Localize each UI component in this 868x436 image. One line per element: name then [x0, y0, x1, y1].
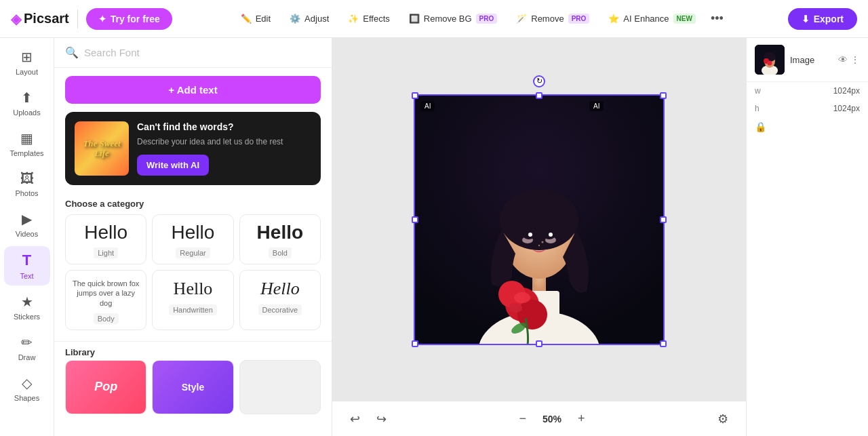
right-panel-header: Image 👁 ⋮	[747, 38, 868, 82]
uploads-icon: ⬆	[21, 90, 33, 106]
right-panel-label: Image	[790, 55, 838, 65]
search-icon: 🔍	[65, 46, 79, 59]
font-card-body[interactable]: The quick brown fox jumps over a lazy do…	[65, 270, 146, 330]
zoom-value: 50%	[538, 414, 566, 424]
remove-button[interactable]: 🪄 Remove PRO	[508, 9, 597, 28]
canvas-settings-button[interactable]: ⚙	[711, 408, 735, 431]
left-nav: ⊞ Layout ⬆ Uploads ▦ Templates 🖼 Photos …	[0, 38, 54, 436]
remove-bg-button[interactable]: 🔲 Remove BG PRO	[401, 9, 505, 28]
topbar: ◈ Picsart ✦ Try for free ✏️ Edit ⚙️ Adju…	[0, 0, 868, 38]
font-card-regular[interactable]: Hello Regular	[152, 214, 233, 264]
redo-button[interactable]: ↪	[370, 408, 393, 431]
videos-icon: ▶	[22, 211, 32, 227]
width-row: w 1024px	[747, 82, 868, 100]
layout-icon: ⊞	[21, 49, 33, 65]
logo-icon: ◈	[11, 11, 21, 27]
draw-icon: ✏	[21, 334, 33, 351]
right-panel-icons: 👁 ⋮	[838, 54, 860, 65]
logo-text: Picsart	[24, 11, 69, 26]
undo-button[interactable]: ↩	[343, 408, 367, 431]
library-card-2-text: Style	[182, 382, 204, 393]
effects-button[interactable]: ✨ Effects	[340, 9, 398, 28]
font-label-body: Body	[94, 313, 119, 324]
width-value: 1024px	[833, 86, 860, 96]
svg-point-25	[768, 61, 772, 66]
undo-icon: ↩	[350, 412, 360, 426]
canvas-image: AI AI	[414, 94, 665, 345]
sidebar-item-stickers[interactable]: ★ Stickers	[4, 288, 50, 326]
text-icon: T	[22, 252, 31, 269]
sidebar-item-layout[interactable]: ⊞ Layout	[4, 43, 50, 81]
ai-card: The Sweet Life Can't find the words? Des…	[65, 112, 321, 185]
right-panel-more-icon[interactable]: ⋮	[850, 54, 860, 65]
ai-card-thumbnail: The Sweet Life	[75, 121, 129, 176]
pro-badge-remove-bg: PRO	[476, 14, 498, 24]
height-label: h	[755, 104, 760, 113]
font-label-handwritten: Handwritten	[169, 304, 217, 315]
sidebar-item-photos[interactable]: 🖼 Photos	[4, 165, 50, 203]
search-bar: 🔍	[54, 38, 332, 68]
zoom-out-button[interactable]: −	[512, 408, 533, 430]
more-tools-button[interactable]: •••	[707, 7, 728, 30]
photos-icon: 🖼	[20, 171, 34, 186]
library-card-1-text: Pop	[94, 380, 117, 394]
write-ai-button[interactable]: Write with AI	[137, 155, 209, 176]
person-svg	[414, 94, 665, 345]
effects-icon: ✨	[348, 14, 359, 24]
rotate-handle[interactable]: ↻	[533, 75, 545, 87]
library-grid: Pop Style	[54, 360, 332, 414]
templates-icon: ▦	[20, 130, 33, 146]
new-badge-ai-enhance: NEW	[673, 14, 696, 24]
category-label: Choose a category	[54, 193, 332, 214]
sidebar-item-uploads[interactable]: ⬆ Uploads	[4, 84, 50, 122]
library-card-1[interactable]: Pop	[65, 360, 146, 414]
font-card-bold[interactable]: Hello Bold	[239, 214, 321, 264]
font-preview-body: The quick brown fox jumps over a lazy do…	[71, 279, 140, 308]
ai-enhance-button[interactable]: ⭐ AI Enhance NEW	[600, 9, 704, 28]
font-preview-decorative: Hello	[245, 279, 315, 299]
zoom-in-icon: +	[578, 412, 585, 425]
pro-badge-remove: PRO	[568, 14, 590, 24]
edit-button[interactable]: ✏️ Edit	[233, 9, 279, 28]
person-photo: AI	[414, 94, 665, 345]
topbar-left: ◈ Picsart ✦ Try for free	[11, 8, 172, 30]
sidebar-item-shapes[interactable]: ◇ Shapes	[4, 370, 50, 408]
export-icon: ⬇	[802, 14, 810, 24]
sidebar-item-templates[interactable]: ▦ Templates	[4, 125, 50, 163]
remove-icon: 🪄	[516, 14, 527, 24]
lock-icon[interactable]: 🔒	[755, 121, 860, 132]
font-preview-handwritten: Hello	[158, 279, 227, 299]
add-text-button[interactable]: + Add text	[65, 76, 321, 104]
topbar-divider	[77, 9, 78, 28]
canvas-container[interactable]: ‹ ↻	[332, 38, 746, 401]
sidebar-item-draw[interactable]: ✏ Draw	[4, 329, 50, 367]
font-preview-light: Hello	[71, 223, 140, 242]
font-card-decorative[interactable]: Hello Decorative	[239, 270, 321, 330]
ai-card-description: Describe your idea and let us do the res…	[137, 136, 283, 148]
font-card-handwritten[interactable]: Hello Handwritten	[152, 270, 233, 330]
bottom-bar: ↩ ↪ − 50% + ⚙	[332, 401, 746, 436]
sidebar-item-text[interactable]: T Text	[4, 246, 50, 285]
eye-icon[interactable]: 👁	[838, 54, 848, 65]
sidebar-item-videos[interactable]: ▶ Videos	[4, 205, 50, 243]
library-card-2[interactable]: Style	[152, 360, 233, 414]
adjust-button[interactable]: ⚙️ Adjust	[281, 9, 337, 28]
settings-icon: ⚙	[717, 412, 728, 426]
zoom-out-icon: −	[519, 412, 526, 425]
font-label-bold: Bold	[269, 247, 292, 258]
svg-point-18	[542, 241, 544, 243]
main-area: ⊞ Layout ⬆ Uploads ▦ Templates 🖼 Photos …	[0, 38, 868, 436]
bottom-actions: ↩ ↪	[343, 408, 393, 431]
search-input[interactable]	[84, 47, 321, 58]
svg-point-19	[538, 244, 540, 245]
adjust-icon: ⚙️	[290, 14, 300, 24]
try-for-free-button[interactable]: ✦ Try for free	[86, 8, 172, 30]
remove-bg-icon: 🔲	[409, 14, 420, 24]
ai-card-title: Can't find the words?	[137, 121, 283, 132]
zoom-in-button[interactable]: +	[571, 408, 592, 430]
font-card-light[interactable]: Hello Light	[65, 214, 146, 264]
font-preview-bold: Hello	[245, 223, 315, 242]
edit-icon: ✏️	[241, 14, 252, 24]
export-button[interactable]: ⬇ Export	[788, 8, 857, 30]
library-card-3[interactable]	[239, 360, 321, 414]
